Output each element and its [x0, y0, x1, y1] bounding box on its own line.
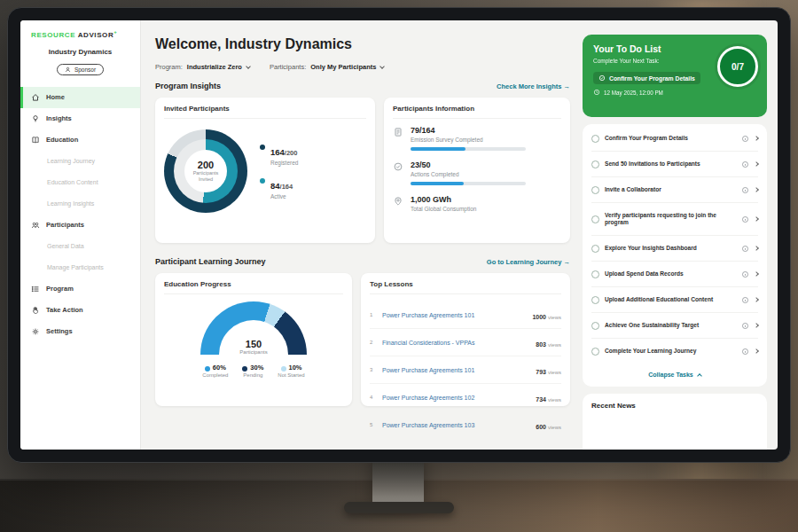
stat-label: Actions Completed: [411, 171, 526, 177]
sidebar-item-label: Learning Journey: [47, 158, 95, 164]
lesson-rank: 2: [370, 340, 376, 345]
sidebar-item-take-action[interactable]: Take Action: [20, 300, 140, 321]
sidebar-item-education[interactable]: Education: [20, 129, 140, 151]
check-circle-icon: [393, 161, 403, 172]
lesson-link[interactable]: Power Purchase Agreements 103: [382, 422, 529, 428]
sidebar-item-general-data[interactable]: General Data: [20, 236, 140, 257]
sidebar-item-manage-participants[interactable]: Manage Participants: [20, 257, 140, 278]
info-icon: [741, 215, 749, 223]
invited-donut-chart: 200 Participants Invited: [164, 129, 247, 213]
lesson-link[interactable]: Financial Considerations - VPPAs: [382, 340, 529, 346]
todo-item-5[interactable]: Upload Spend Data Records: [591, 262, 758, 287]
legend-registered: 164/200 Registered: [260, 143, 298, 166]
next-task-pill[interactable]: Confirm Your Program Details: [593, 72, 700, 84]
todo-item-8[interactable]: Complete Your Learning Journey: [591, 339, 758, 364]
sidebar-item-label: Settings: [46, 327, 73, 335]
todo-checkbox[interactable]: [591, 245, 599, 253]
todo-item-1[interactable]: Send 50 Invitations to Participants: [591, 152, 758, 177]
lesson-views: 600: [536, 424, 546, 430]
legend-dot: [260, 145, 265, 150]
check-more-insights-link[interactable]: Check More Insights →: [497, 82, 570, 90]
sidebar-item-education-content[interactable]: Education Content: [20, 172, 140, 193]
info-icon: [741, 186, 749, 194]
sidebar-item-insights[interactable]: Insights: [20, 108, 140, 129]
info-icon: [741, 245, 749, 253]
top-lessons-card: Top Lessons 1 Power Purchase Agreements …: [361, 273, 570, 406]
people-icon: [31, 221, 40, 230]
legend-dot: [260, 178, 265, 184]
info-icon: [741, 322, 749, 330]
progress-bar: [411, 147, 526, 151]
todo-item-3[interactable]: Verify participants requesting to join t…: [591, 203, 758, 236]
todo-checkbox[interactable]: [591, 160, 599, 168]
filter-bar: Program: Industrialize Zero Participants…: [155, 63, 570, 71]
todo-item-4[interactable]: Explore Your Insights Dashboard: [591, 236, 758, 262]
education-progress-card: Education Progress 150 Participants 60: [155, 273, 352, 406]
next-task-time: 12 May 2025, 12:00 PM: [593, 89, 756, 96]
invited-participants-card: Invited Participants 200 Participants In…: [155, 98, 375, 243]
donut-legend: 164/200 Registered 84/164 Active: [260, 143, 298, 200]
participants-dropdown[interactable]: Participants: Only My Participants: [270, 63, 384, 71]
participants-value: Only My Participants: [310, 63, 376, 71]
info-icon: [741, 270, 749, 278]
chevron-right-icon: [754, 246, 759, 251]
legend-suffix: /164: [280, 183, 293, 191]
legend-label: Active: [270, 193, 293, 200]
legend-active: 84/164 Active: [260, 176, 298, 200]
donut-center-label: Participants Invited: [190, 170, 222, 183]
todo-item-7[interactable]: Achieve One Sustainability Target: [591, 313, 758, 339]
todo-item-label: Upload Additional Educational Content: [605, 296, 736, 304]
todo-item-label: Confirm Your Program Details: [605, 135, 736, 143]
lesson-link[interactable]: Power Purchase Agreements 101: [382, 367, 529, 373]
sidebar-item-home[interactable]: Home: [20, 87, 140, 108]
stat-global-consumption: 1,000 GWh Total Global Consumption: [393, 195, 561, 216]
collapse-tasks-link[interactable]: Collapse Tasks: [591, 364, 758, 387]
lightbulb-icon: [31, 114, 40, 123]
todo-hero-card: Your To Do List Complete Your Next Task:…: [583, 35, 767, 117]
todo-checkbox[interactable]: [591, 215, 599, 223]
stat-value: 79/164: [411, 126, 526, 135]
progress-fill: [411, 147, 466, 151]
todo-checkbox[interactable]: [591, 186, 599, 194]
legend-label: Not Started: [278, 372, 304, 378]
todo-item-0[interactable]: Confirm Your Program Details: [591, 126, 758, 152]
progress-bar: [411, 182, 526, 185]
recent-news-card: Recent News: [583, 394, 767, 450]
sidebar-item-participants[interactable]: Participants: [20, 215, 140, 236]
todo-item-6[interactable]: Upload Additional Educational Content: [591, 287, 758, 313]
legend-dot: [205, 366, 210, 372]
todo-item-2[interactable]: Invite a Collaborator: [591, 177, 758, 203]
sidebar-item-label: Education: [46, 136, 78, 144]
sidebar-item-learning-journey[interactable]: Learning Journey: [20, 151, 140, 172]
todo-item-label: Complete Your Learning Journey: [605, 348, 736, 356]
donut-center: 200 Participants Invited: [184, 150, 227, 192]
card-title: Invited Participants: [164, 105, 366, 119]
legend-value: 84: [270, 181, 280, 191]
program-value: Industrialize Zero: [187, 63, 242, 71]
stat-emission-survey: 79/164 Emission Survey Completed: [393, 126, 561, 151]
sidebar-item-program[interactable]: Program: [20, 278, 140, 300]
legend-not-started: 10% Not Started: [278, 364, 304, 378]
lesson-rank: 4: [370, 395, 376, 400]
lesson-link[interactable]: Power Purchase Agreements 101: [382, 312, 526, 318]
todo-checkbox[interactable]: [591, 135, 599, 143]
todo-checkbox[interactable]: [591, 270, 599, 278]
sponsor-badge[interactable]: Sponsor: [57, 64, 104, 75]
todo-checkbox[interactable]: [591, 348, 599, 356]
stat-value: 1,000 GWh: [411, 195, 476, 204]
gauge-center: 150 Participants: [200, 339, 307, 355]
program-dropdown[interactable]: Program: Industrialize Zero: [155, 63, 250, 71]
go-to-learning-journey-link[interactable]: Go to Learning Journey →: [487, 258, 570, 266]
book-icon: [31, 136, 40, 145]
monitor-stand-neck: [372, 458, 424, 505]
todo-checkbox[interactable]: [591, 322, 599, 330]
sidebar-item-learning-insights[interactable]: Learning Insights: [20, 193, 140, 215]
gauge-center-value: 150: [200, 339, 307, 349]
chevron-down-icon: [380, 64, 386, 69]
card-title: Top Lessons: [370, 280, 561, 294]
gear-icon: [31, 327, 40, 336]
sidebar-item-settings[interactable]: Settings: [20, 321, 140, 342]
collapse-tasks-label: Collapse Tasks: [648, 372, 692, 378]
todo-checkbox[interactable]: [591, 296, 599, 304]
lesson-link[interactable]: Power Purchase Agreements 102: [382, 395, 529, 401]
